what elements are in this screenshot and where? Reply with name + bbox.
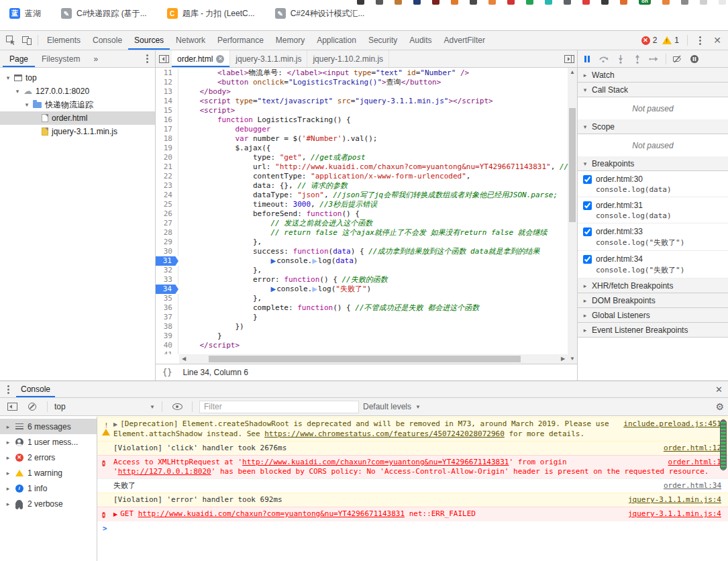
inline-breakpoint-icon[interactable]: ▶ [312, 285, 317, 293]
pause-on-exceptions-icon[interactable] [686, 51, 703, 67]
inline-breakpoint-icon[interactable]: ▶ [312, 257, 317, 264]
console-filter-6-messages[interactable]: ▸6 messages [0, 419, 97, 434]
expand-arrow-icon[interactable]: ▾ [5, 74, 11, 81]
breakpoint-entry[interactable]: order.html:31console.log(data) [578, 197, 728, 223]
step-over-icon[interactable] [596, 51, 612, 67]
line-number[interactable]: 13 [156, 87, 178, 97]
expand-caret-icon[interactable]: ▶ [113, 421, 117, 427]
breakpoint-checkbox[interactable] [583, 227, 592, 236]
line-number[interactable]: 27 [156, 219, 178, 228]
step-into-icon[interactable] [613, 51, 629, 67]
line-number[interactable]: 16 [156, 115, 178, 125]
expand-caret-icon[interactable]: ▶ [113, 511, 117, 517]
line-number[interactable]: 25 [156, 200, 178, 209]
tree-item-file[interactable]: order.html [0, 111, 155, 125]
tab-console[interactable]: Console [16, 382, 55, 397]
extension-icon[interactable] [601, 0, 609, 5]
inline-breakpoint-icon[interactable]: ▶ [270, 257, 276, 264]
step-icon[interactable] [646, 51, 662, 67]
scroll-right-icon[interactable]: ▶ [558, 354, 568, 364]
line-number[interactable]: 37 [156, 313, 178, 322]
message-source-link[interactable]: order.html:1 [668, 458, 721, 467]
live-expression-eye-icon[interactable] [169, 399, 185, 415]
tab-memory[interactable]: Memory [270, 32, 311, 50]
bookmark-item[interactable]: C题库 - 力扣 (LeetC... [167, 8, 255, 19]
tab-audits[interactable]: Audits [403, 32, 437, 50]
scrollbar-thumb[interactable] [569, 108, 576, 222]
scroll-up-icon[interactable]: ▲ [568, 68, 577, 77]
bookmark-item[interactable]: ✎C#快递跟踪 (基于... [61, 8, 147, 19]
close-icon[interactable]: ✕ [216, 55, 224, 63]
file-tab-jquery-1.10.2.min.js[interactable]: jquery-1.10.2.min.js [307, 50, 389, 67]
section-global-listeners[interactable]: ▸Global Listeners [578, 308, 728, 323]
console-close-icon[interactable]: ✕ [715, 385, 723, 395]
devtools-close-icon[interactable]: ✕ [709, 32, 725, 48]
expand-arrow-icon[interactable]: ▾ [24, 101, 30, 108]
line-number[interactable]: 23 [156, 181, 178, 191]
breakpoint-entry[interactable]: order.html:30console.log(data) [578, 171, 728, 197]
tab-console[interactable]: Console [87, 32, 128, 50]
tab-advertfilter[interactable]: AdvertFilter [438, 32, 491, 50]
breakpoint-checkbox[interactable] [583, 201, 592, 210]
extension-icon[interactable] [526, 0, 533, 5]
scrollbar-thumb[interactable] [209, 356, 521, 362]
line-number[interactable]: 28 [156, 228, 178, 238]
tab-application[interactable]: Application [311, 32, 362, 50]
context-selector[interactable]: top ▼ [54, 402, 155, 411]
section-xhr-fetch-breakpoints[interactable]: ▸XHR/fetch Breakpoints [578, 278, 728, 293]
message-inline-link[interactable]: http://www.kuaidi.com/chaxun?com=yuanton… [242, 458, 509, 466]
console-sidebar-toggle-icon[interactable] [4, 399, 20, 415]
clear-console-icon[interactable] [24, 399, 40, 415]
expand-arrow-icon[interactable]: ▸ [5, 423, 11, 430]
line-number[interactable]: 38 [156, 322, 178, 332]
line-number[interactable]: 17 [156, 125, 178, 134]
console-settings-gear-icon[interactable]: ⚙ [715, 401, 724, 412]
expand-arrow-icon[interactable]: ▸ [5, 501, 11, 507]
console-scrollbar[interactable] [720, 419, 727, 470]
extension-icon[interactable] [681, 0, 688, 5]
collapse-navigator-icon[interactable] [156, 51, 172, 67]
line-number[interactable]: 12 [156, 78, 178, 87]
breakpoint-entry[interactable]: order.html:34console.log("失败了") [578, 251, 728, 278]
expand-arrow-icon[interactable]: ▸ [5, 439, 11, 446]
extension-icon[interactable] [582, 0, 590, 5]
message-source-link[interactable]: jquery-3.1.1.min.js:4 [628, 495, 721, 505]
scroll-left-icon[interactable]: ◀ [179, 354, 189, 364]
message-inline-link[interactable]: https://www.chromestatus.com/features/45… [264, 429, 505, 438]
extension-icon[interactable] [432, 0, 439, 5]
line-number[interactable]: 26 [156, 209, 178, 219]
extension-icon[interactable] [413, 0, 421, 5]
extension-icon[interactable] [451, 0, 458, 5]
filter-input[interactable] [199, 401, 359, 413]
breakpoint-marker[interactable]: 31 [156, 256, 178, 266]
console-menu-icon[interactable] [0, 385, 16, 394]
tree-item-host[interactable]: ▾ ☁ 127.0.0.1:8020 [0, 85, 155, 98]
extension-icon[interactable] [662, 0, 670, 5]
bookmark-item[interactable]: ✎C#24种设计模式汇... [275, 8, 365, 19]
line-number[interactable]: 35 [156, 294, 178, 303]
pause-script-icon[interactable] [579, 51, 595, 67]
inspect-element-icon[interactable] [3, 32, 19, 48]
message-source-link[interactable]: order.html:12 [664, 444, 721, 453]
line-number[interactable]: 18 [156, 134, 178, 144]
code-editor[interactable]: 11 <label>物流单号: </label><input type="tex… [156, 68, 577, 364]
expand-arrow-icon[interactable]: ▸ [5, 454, 11, 461]
section-watch[interactable]: ▸ Watch [578, 68, 728, 83]
tab-elements[interactable]: Elements [41, 32, 87, 50]
console-filter-1-info[interactable]: ▸i1 info [0, 480, 97, 496]
console-filter-2-errors[interactable]: ▸✕2 errors [0, 450, 97, 465]
deactivate-breakpoints-icon[interactable] [670, 51, 686, 67]
devtools-menu-icon[interactable] [692, 32, 708, 48]
message-source-link[interactable]: jquery-3.1.1.min.js:4 [628, 509, 721, 519]
extension-icon[interactable] [545, 0, 552, 5]
show-debugger-sidebar-icon[interactable] [561, 51, 577, 67]
extension-icon[interactable] [564, 0, 571, 5]
line-number[interactable]: 19 [156, 144, 178, 153]
breakpoint-marker[interactable]: 34 [156, 285, 178, 294]
more-tabs-chevron[interactable]: » [87, 51, 105, 67]
expand-arrow-icon[interactable]: ▸ [5, 485, 11, 492]
tab-performance[interactable]: Performance [211, 32, 270, 50]
error-badge[interactable]: ✕ 2 [641, 36, 658, 45]
tab-sources[interactable]: Sources [128, 32, 170, 50]
line-number[interactable]: 36 [156, 303, 178, 313]
